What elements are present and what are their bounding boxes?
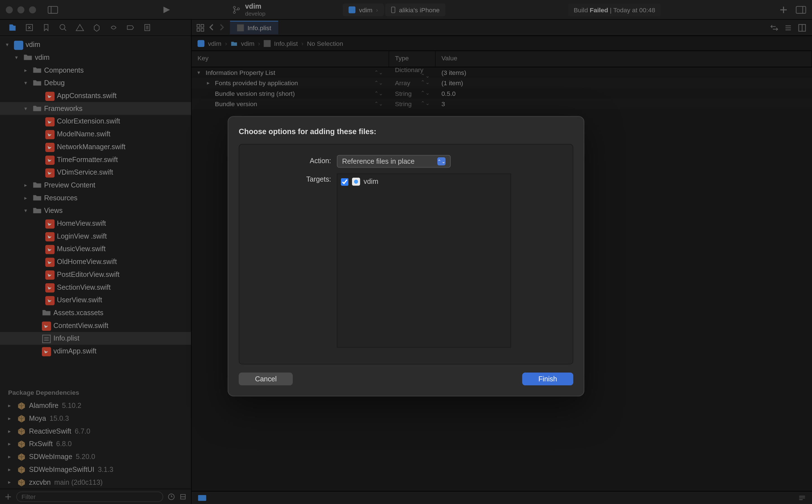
action-dropdown[interactable]: Reference files in place ⌃⌄ xyxy=(337,155,451,168)
modal-title: Choose options for adding these files: xyxy=(239,127,573,136)
modal-body: Action: Reference files in place ⌃⌄ Targ… xyxy=(239,144,573,364)
chevron-updown-icon: ⌃⌄ xyxy=(437,157,445,165)
modal-actions: Cancel Finish xyxy=(239,373,573,386)
action-label: Action: xyxy=(250,155,331,165)
app-icon xyxy=(352,178,360,186)
cancel-button[interactable]: Cancel xyxy=(239,373,293,386)
xcode-window: vdim develop vdim › alikia's iPhone Buil… xyxy=(0,0,812,504)
targets-row: Targets: vdim xyxy=(250,173,562,348)
add-files-modal: Choose options for adding these files: A… xyxy=(228,116,584,396)
target-name: vdim xyxy=(364,178,378,186)
target-item[interactable]: vdim xyxy=(341,178,507,186)
targets-label: Targets: xyxy=(250,173,331,183)
modal-overlay: Choose options for adding these files: A… xyxy=(0,0,812,504)
action-row: Action: Reference files in place ⌃⌄ xyxy=(250,155,562,168)
action-value: Reference files in place xyxy=(342,157,415,165)
target-checkbox[interactable] xyxy=(341,178,348,186)
targets-list: vdim xyxy=(337,173,511,348)
finish-button[interactable]: Finish xyxy=(522,373,573,386)
svg-point-41 xyxy=(354,180,358,184)
